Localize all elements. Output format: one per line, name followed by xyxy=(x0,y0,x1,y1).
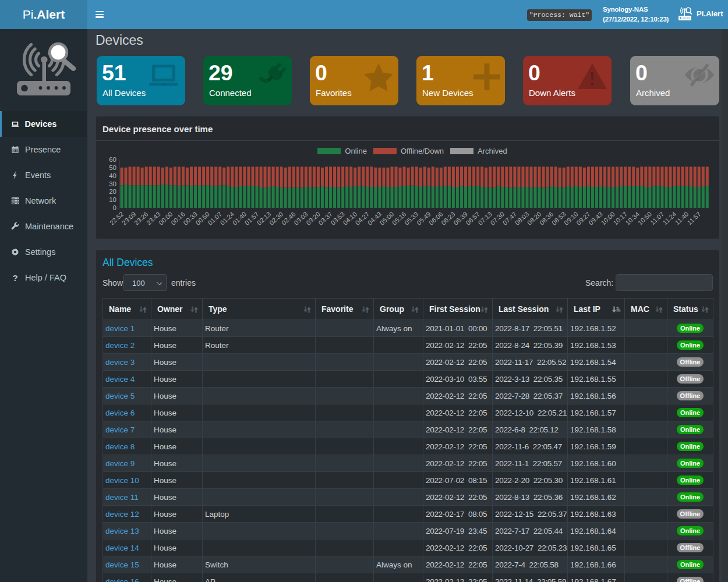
svg-text:60: 60 xyxy=(109,156,116,163)
svg-text:11:07: 11:07 xyxy=(649,211,665,226)
svg-text:10:50: 10:50 xyxy=(637,211,653,226)
svg-text:11:57: 11:57 xyxy=(686,211,702,226)
svg-text:40: 40 xyxy=(109,172,116,179)
svg-text:11:24: 11:24 xyxy=(662,211,678,226)
svg-text:0: 0 xyxy=(113,204,116,211)
svg-text:11:40: 11:40 xyxy=(674,211,690,226)
svg-text:50: 50 xyxy=(109,164,116,171)
svg-text:20: 20 xyxy=(109,188,116,195)
svg-text:10: 10 xyxy=(109,196,116,203)
svg-text:30: 30 xyxy=(109,180,116,187)
